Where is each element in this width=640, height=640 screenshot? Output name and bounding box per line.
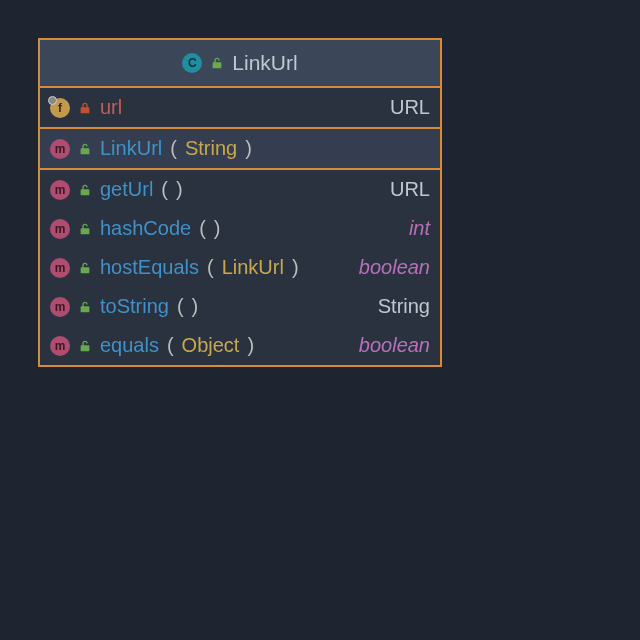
constructors-section: mLinkUrl(String) xyxy=(40,128,440,170)
method-row[interactable]: mhashCode()int xyxy=(40,209,440,248)
method-icon: m xyxy=(50,336,70,356)
paren-close: ) xyxy=(245,137,252,160)
fields-section: furlURL xyxy=(40,88,440,129)
method-name: equals xyxy=(100,334,159,357)
method-icon: m xyxy=(50,258,70,278)
class-diagram: C LinkUrl furlURL mLinkUrl(String) mgetU… xyxy=(38,38,442,367)
unlock-icon xyxy=(210,56,224,70)
method-row[interactable]: mgetUrl()URL xyxy=(40,170,440,209)
method-row[interactable]: mequals(Object)boolean xyxy=(40,326,440,365)
paren-open: ( xyxy=(199,217,206,240)
field-icon: f xyxy=(50,98,70,118)
return-type: boolean xyxy=(359,334,430,357)
method-icon: m xyxy=(50,180,70,200)
paren-close: ) xyxy=(176,178,183,201)
paren-close: ) xyxy=(247,334,254,357)
unlock-icon xyxy=(78,339,92,353)
return-type: URL xyxy=(390,178,430,201)
class-header[interactable]: C LinkUrl xyxy=(40,40,440,88)
methods-section: mgetUrl()URLmhashCode()intmhostEquals(Li… xyxy=(40,170,440,365)
method-name: hashCode xyxy=(100,217,191,240)
paren-open: ( xyxy=(207,256,214,279)
paren-close: ) xyxy=(292,256,299,279)
unlock-icon xyxy=(78,142,92,156)
param-type: Object xyxy=(182,334,240,357)
class-title: LinkUrl xyxy=(232,51,297,75)
method-name: getUrl xyxy=(100,178,153,201)
field-name: url xyxy=(100,96,122,119)
lock-icon xyxy=(78,101,92,115)
method-row[interactable]: mhostEquals(LinkUrl)boolean xyxy=(40,248,440,287)
unlock-icon xyxy=(78,183,92,197)
method-row[interactable]: mtoString()String xyxy=(40,287,440,326)
param-type: String xyxy=(185,137,237,160)
method-icon: m xyxy=(50,297,70,317)
paren-close: ) xyxy=(214,217,221,240)
field-row[interactable]: furlURL xyxy=(40,88,440,127)
return-type: URL xyxy=(390,96,430,119)
paren-open: ( xyxy=(170,137,177,160)
paren-open: ( xyxy=(167,334,174,357)
return-type: int xyxy=(409,217,430,240)
constructor-name: LinkUrl xyxy=(100,137,162,160)
param-type: LinkUrl xyxy=(222,256,284,279)
unlock-icon xyxy=(78,222,92,236)
unlock-icon xyxy=(78,300,92,314)
return-type: boolean xyxy=(359,256,430,279)
paren-open: ( xyxy=(177,295,184,318)
constructor-icon: m xyxy=(50,139,70,159)
constructor-row[interactable]: mLinkUrl(String) xyxy=(39,128,441,169)
method-name: toString xyxy=(100,295,169,318)
paren-close: ) xyxy=(192,295,199,318)
method-name: hostEquals xyxy=(100,256,199,279)
paren-open: ( xyxy=(161,178,168,201)
unlock-icon xyxy=(78,261,92,275)
return-type: String xyxy=(378,295,430,318)
method-icon: m xyxy=(50,219,70,239)
class-icon: C xyxy=(182,53,202,73)
